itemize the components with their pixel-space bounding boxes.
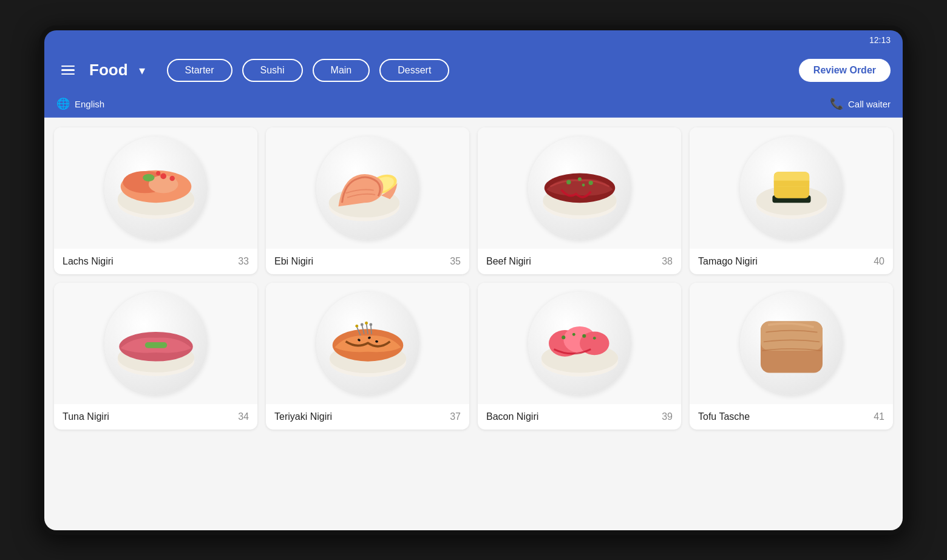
food-number: 38 [662, 256, 673, 267]
svg-point-40 [369, 323, 372, 326]
food-info: Lachs Nigiri 33 [54, 249, 257, 274]
food-name: Lachs Nigiri [63, 256, 114, 267]
category-main-button[interactable]: Main [313, 59, 370, 82]
food-image-wrap [266, 283, 469, 404]
food-card-tuna-nigiri[interactable]: Tuna Nigiri 34 [54, 283, 257, 430]
top-nav: Food ▾ Starter Sushi Main Dessert Review… [44, 50, 903, 91]
food-dropdown-icon[interactable]: ▾ [139, 63, 145, 78]
plate-circle [528, 292, 631, 395]
food-label: Food [89, 61, 128, 79]
svg-point-6 [160, 173, 166, 179]
food-number: 33 [238, 256, 249, 267]
food-number: 37 [450, 411, 461, 422]
svg-point-5 [143, 174, 154, 181]
category-dessert-button[interactable]: Dessert [379, 59, 449, 82]
food-card-beef-nigiri[interactable]: Beef Nigiri 38 [478, 127, 681, 274]
food-image-wrap [54, 283, 257, 404]
food-image-wrap [54, 127, 257, 249]
phone-icon: 📞 [830, 97, 843, 110]
food-image-wrap [690, 283, 893, 404]
tablet-frame: 12:13 Food ▾ Starter Sushi Main Dessert … [39, 25, 908, 535]
food-name: Bacon Nigiri [486, 411, 538, 422]
food-card-tofu-tasche[interactable]: Tofu Tasche 41 [690, 283, 893, 430]
food-grid: Lachs Nigiri 33 Ebi [54, 127, 893, 430]
food-number: 34 [238, 411, 249, 422]
food-name: Tuna Nigiri [63, 411, 109, 422]
food-name: Teriyaki Nigiri [274, 411, 332, 422]
food-image-wrap [266, 127, 469, 249]
plate-circle [104, 292, 208, 395]
plate-circle [316, 292, 419, 395]
status-bar: 12:13 [44, 30, 903, 50]
svg-point-37 [355, 325, 358, 328]
food-info: Teriyaki Nigiri 37 [266, 404, 469, 430]
svg-point-50 [572, 332, 575, 336]
food-card-teriyaki-nigiri[interactable]: Teriyaki Nigiri 37 [266, 283, 469, 430]
svg-point-52 [592, 337, 596, 340]
food-name: Tamago Nigiri [698, 256, 758, 267]
svg-point-38 [360, 323, 363, 326]
plate-circle [316, 137, 419, 240]
food-info: Bacon Nigiri 39 [478, 404, 681, 430]
status-time: 12:13 [869, 35, 891, 45]
svg-rect-25 [773, 180, 809, 186]
food-name: Ebi Nigiri [274, 256, 313, 267]
svg-point-51 [582, 334, 586, 337]
food-info: Tuna Nigiri 34 [54, 404, 257, 430]
category-sushi-button[interactable]: Sushi [242, 59, 303, 82]
food-number: 35 [450, 256, 461, 267]
language-button[interactable]: 🌐 English [56, 97, 104, 110]
food-number: 41 [874, 411, 884, 422]
hamburger-menu-icon[interactable] [56, 63, 80, 78]
food-info: Ebi Nigiri 35 [266, 249, 469, 274]
food-number: 39 [662, 411, 673, 422]
content-area: Lachs Nigiri 33 Ebi [44, 118, 903, 530]
plate-circle [740, 137, 843, 240]
food-info: Beef Nigiri 38 [478, 249, 681, 274]
svg-line-36 [370, 325, 371, 334]
svg-point-49 [562, 336, 565, 339]
food-card-bacon-nigiri[interactable]: Bacon Nigiri 39 [478, 283, 681, 430]
food-number: 40 [874, 256, 884, 267]
food-image-wrap [478, 127, 681, 249]
food-image-wrap [478, 283, 681, 404]
food-name: Beef Nigiri [486, 256, 531, 267]
plate-circle [740, 292, 843, 395]
food-card-tamago-nigiri[interactable]: Tamago Nigiri 40 [690, 127, 893, 274]
food-image-wrap [690, 127, 893, 249]
svg-point-18 [588, 180, 592, 184]
food-card-lachs-nigiri[interactable]: Lachs Nigiri 33 [54, 127, 257, 274]
plate-circle [528, 137, 631, 240]
svg-point-8 [156, 171, 160, 175]
food-info: Tofu Tasche 41 [690, 404, 893, 430]
svg-point-19 [582, 183, 585, 186]
call-waiter-label: Call waiter [848, 99, 891, 109]
svg-rect-29 [144, 342, 166, 348]
review-order-button[interactable]: Review Order [799, 59, 891, 82]
svg-point-17 [577, 177, 581, 181]
globe-icon: 🌐 [56, 97, 70, 110]
call-waiter-button[interactable]: 📞 Call waiter [830, 97, 891, 110]
svg-point-16 [566, 180, 571, 184]
language-label: English [75, 99, 104, 109]
food-card-ebi-nigiri[interactable]: Ebi Nigiri 35 [266, 127, 469, 274]
category-starter-button[interactable]: Starter [167, 59, 233, 82]
plate-circle [104, 137, 208, 240]
food-info: Tamago Nigiri 40 [690, 249, 893, 274]
food-name: Tofu Tasche [698, 411, 750, 422]
svg-point-39 [365, 322, 368, 325]
svg-point-7 [169, 175, 174, 180]
sub-nav: 🌐 English 📞 Call waiter [44, 91, 903, 118]
